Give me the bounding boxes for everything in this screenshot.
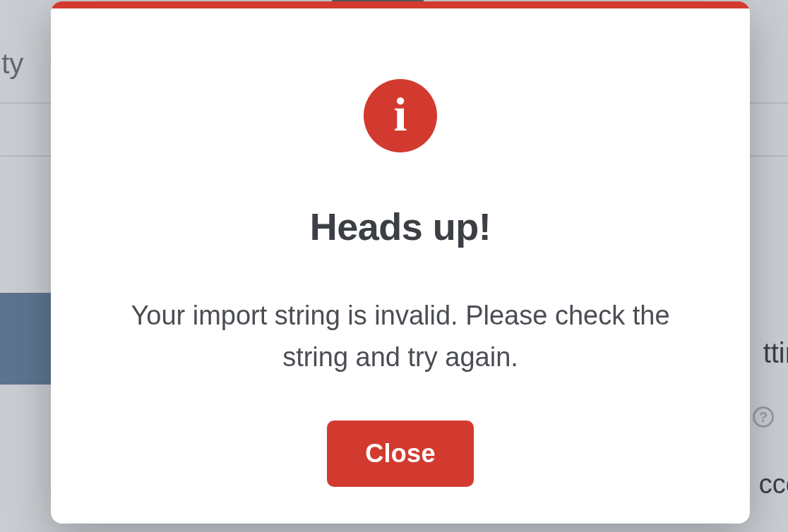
modal-accent-bar	[51, 1, 750, 8]
background-text-fragment: ttin	[763, 337, 788, 369]
sidebar-text-fragment: rity	[0, 48, 23, 80]
background-text-fragment: cco	[759, 469, 788, 500]
info-icon: i	[364, 79, 437, 152]
alert-modal: i Heads up! Your import string is invali…	[51, 1, 750, 524]
help-icon[interactable]: ?	[753, 406, 774, 428]
close-button[interactable]: Close	[327, 421, 474, 487]
modal-title: Heads up!	[310, 205, 491, 248]
info-icon-glyph: i	[394, 90, 407, 138]
active-sidebar-indicator	[0, 293, 52, 385]
modal-body-text: Your import string is invalid. Please ch…	[111, 295, 690, 378]
